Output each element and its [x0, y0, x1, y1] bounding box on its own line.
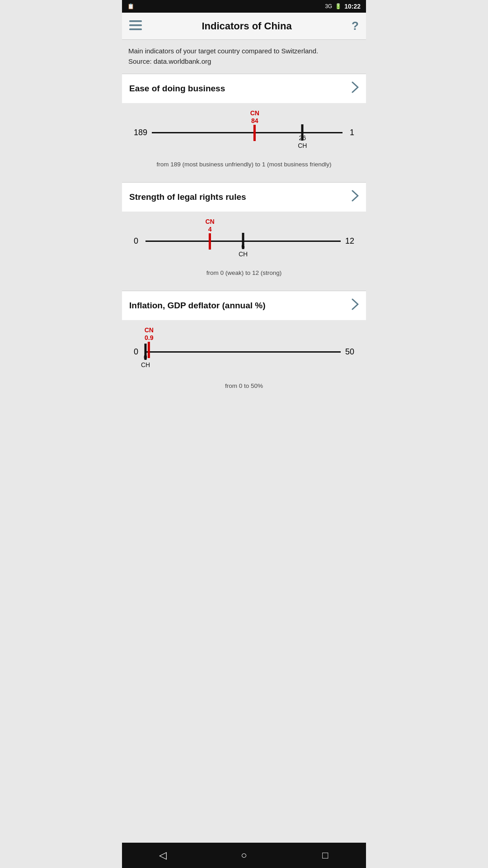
chart-note-legal: from 0 (weak) to 12 (strong) — [131, 269, 357, 276]
chart-ease: 189 1 CN 84 26 CH — [122, 103, 366, 175]
section-inflation: Inflation, GDP deflator (annual %) 0 50 … — [122, 291, 366, 404]
chart-note-ease: from 189 (most business unfriendly) to 1… — [131, 161, 357, 168]
battery-icon: 🔋 — [335, 3, 342, 9]
cn-value-ease: 84 — [251, 117, 258, 125]
clock: 10:22 — [344, 3, 361, 10]
chart-inflation: 0 50 CN 0.9 0 CH from 0 t — [122, 320, 366, 396]
page-title: Indicators of China — [202, 20, 291, 32]
signal-indicator: 3G — [325, 3, 332, 9]
scale-track-ease — [152, 132, 343, 133]
menu-icon[interactable] — [129, 20, 142, 32]
ch-label-ease: 26 CH — [298, 134, 307, 150]
status-left-icon: 📋 — [127, 3, 134, 9]
cn-bar-ease — [253, 125, 256, 141]
section-header-inflation[interactable]: Inflation, GDP deflator (annual %) — [122, 291, 366, 320]
svg-rect-2 — [129, 28, 142, 30]
chart-note-inflation: from 0 to 50% — [131, 382, 357, 389]
section-legal-rights: Strength of legal rights rules 0 12 CN 4 — [122, 183, 366, 291]
description-text: Main indicators of your target country c… — [128, 47, 318, 65]
section-header-legal[interactable]: Strength of legal rights rules — [122, 183, 366, 212]
scale-max-ease: 1 — [350, 128, 354, 137]
scale-min-legal: 0 — [134, 236, 138, 246]
page-content: Main indicators of your target country c… — [122, 40, 366, 431]
help-icon[interactable]: ? — [352, 19, 359, 33]
chevron-right-icon-3[interactable] — [352, 298, 359, 313]
section-title-inflation: Inflation, GDP deflator (annual %) — [129, 301, 266, 311]
top-bar: Indicators of China ? — [122, 13, 366, 40]
svg-rect-0 — [129, 20, 142, 22]
scale-track-inflation — [145, 351, 341, 353]
ch-label-inflation: 0 CH — [141, 354, 150, 369]
cn-label-ease: CN — [250, 109, 259, 117]
section-title-ease: Ease of doing business — [129, 84, 225, 94]
description-block: Main indicators of your target country c… — [122, 40, 366, 74]
svg-rect-1 — [129, 24, 142, 26]
scale-min-ease: 189 — [134, 128, 147, 137]
chevron-right-icon[interactable] — [352, 81, 359, 96]
ch-label-legal: 6 CH — [239, 243, 248, 258]
status-bar: 📋 3G 🔋 10:22 — [122, 0, 366, 13]
chevron-right-icon-2[interactable] — [352, 190, 359, 204]
section-title-legal: Strength of legal rights rules — [129, 192, 246, 202]
scale-max-legal: 12 — [345, 236, 354, 246]
chart-legal: 0 12 CN 4 6 CH from 0 (we — [122, 212, 366, 283]
section-header-ease[interactable]: Ease of doing business — [122, 74, 366, 103]
section-ease-of-business: Ease of doing business 189 1 CN 84 — [122, 74, 366, 183]
cn-marker-ease: CN 84 — [250, 109, 259, 154]
scale-min-inflation: 0 — [134, 347, 138, 357]
cn-marker-legal: CN 4 — [205, 218, 214, 262]
scale-max-inflation: 50 — [345, 347, 354, 357]
